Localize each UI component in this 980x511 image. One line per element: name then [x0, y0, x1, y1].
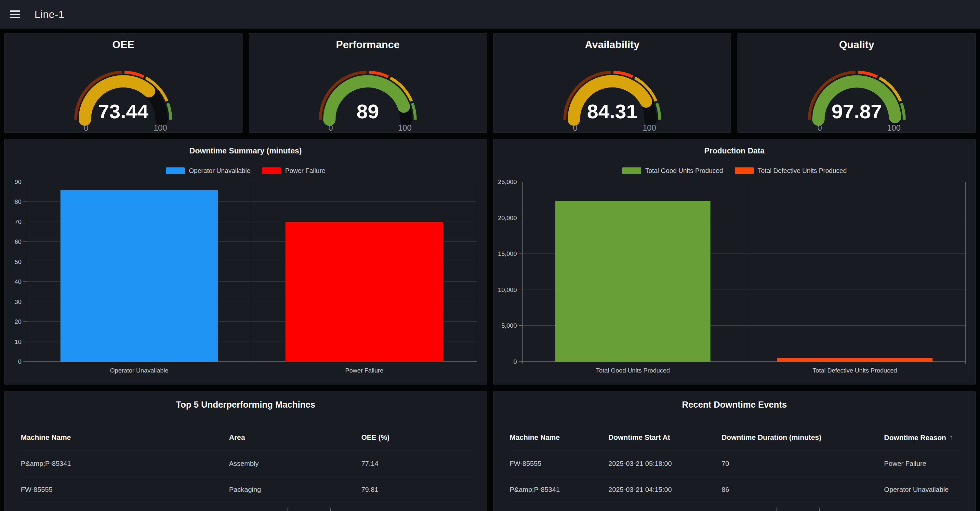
pagination-button[interactable] [287, 507, 331, 511]
table-panel-recent-downtime-events: Recent Downtime Events Machine NameDownt… [493, 391, 976, 511]
axis-tick [519, 290, 522, 290]
x-axis-label: Operator Unavailable [27, 367, 252, 374]
column-header-downtime-start-at[interactable]: Downtime Start At [608, 428, 670, 447]
gauge-threshold-arc [412, 103, 415, 120]
legend-label: Total Good Units Produced [646, 167, 723, 175]
gauge: 73.440100 [55, 51, 191, 132]
axis-tick [24, 262, 27, 262]
plot-right-border [477, 182, 477, 364]
column-header-oee[interactable]: OEE (%) [361, 428, 390, 447]
row-separator [510, 503, 963, 503]
bar-total-defective-units-produced [777, 358, 932, 362]
legend-swatch [262, 167, 281, 174]
gauge-min-label: 0 [328, 123, 333, 132]
chart-row: Downtime Summary (minutes) Operator Unav… [4, 139, 976, 384]
axis-tick [24, 362, 27, 362]
table-cell: Power Failure [884, 451, 926, 476]
table-panel-top-5-underperforming-machines: Top 5 Underperforming Machines Machine N… [4, 391, 487, 511]
gauge-value: 97.87 [831, 100, 882, 122]
legend-label: Operator Unavailable [189, 167, 250, 175]
gauge-panel-availability: Availability 84.310100 [493, 33, 732, 133]
legend-swatch [622, 167, 641, 174]
gauge-threshold-arc [901, 103, 904, 120]
panel-title[interactable]: Recent Downtime Events [493, 400, 976, 410]
y-axis-line [27, 182, 27, 364]
y-axis-label: 50 [4, 259, 21, 266]
axis-tick [519, 325, 522, 326]
axis-tick [519, 362, 522, 362]
gauge-row: OEE 73.440100 Performance 890100 Availab… [4, 33, 976, 133]
axis-tick [24, 222, 27, 222]
table-cell: 2025-03-21 05:18:00 [608, 451, 672, 476]
panel-title[interactable]: Quality [738, 39, 975, 51]
panel-title[interactable]: Downtime Summary (minutes) [5, 146, 487, 156]
y-axis-label: 0 [493, 358, 517, 365]
table: Machine NameAreaOEE (%)P&amp;P-85341Asse… [21, 428, 474, 511]
table: Machine NameDowntime Start AtDowntime Du… [510, 428, 963, 511]
y-axis-label: 80 [4, 198, 21, 205]
table-cell: P&amp;P-85341 [510, 476, 560, 503]
legend-swatch [735, 167, 754, 174]
gauge-panel-quality: Quality 97.870100 [737, 33, 976, 133]
gauge-panel-oee: OEE 73.440100 [4, 33, 243, 133]
axis-tick [24, 302, 27, 302]
chart-panel-production-data: Production Data Total Good Units Produce… [493, 139, 976, 384]
panel-title[interactable]: Production Data [493, 146, 976, 156]
column-header-machine-name[interactable]: Machine Name [510, 428, 560, 447]
table-row: Top 5 Underperforming Machines Machine N… [4, 391, 976, 511]
panel-title[interactable]: OEE [5, 39, 242, 51]
axis-tick [24, 202, 27, 202]
gauge: 84.310100 [544, 51, 681, 132]
panel-title[interactable]: Top 5 Underperforming Machines [5, 400, 487, 410]
gauge-value: 84.31 [587, 100, 637, 122]
x-axis-label: Total Good Units Produced [522, 367, 744, 374]
legend-item-total-good-units-produced[interactable]: Total Good Units Produced [622, 167, 723, 175]
y-axis-label: 25,000 [493, 178, 517, 186]
topbar: Line-1 [0, 0, 980, 29]
legend-label: Total Defective Units Produced [758, 167, 847, 175]
chart-legend: Total Good Units ProducedTotal Defective… [493, 167, 976, 175]
y-axis-label: 60 [4, 238, 21, 245]
y-axis-label: 0 [4, 358, 21, 365]
column-header-machine-name[interactable]: Machine Name [21, 428, 71, 447]
gauge-threshold-arc [657, 103, 660, 120]
panel-title[interactable]: Performance [249, 39, 487, 51]
legend-item-total-defective-units-produced[interactable]: Total Defective Units Produced [735, 167, 847, 175]
legend-item-operator-unavailable[interactable]: Operator Unavailable [166, 167, 250, 175]
y-axis-label: 70 [4, 219, 21, 225]
dashboard-title: Line-1 [35, 8, 64, 21]
axis-tick [519, 182, 522, 182]
column-header-downtime-reason[interactable]: Downtime Reason↑ [884, 428, 953, 447]
table-cell: 79.81 [361, 476, 379, 503]
menu-icon[interactable] [10, 10, 20, 18]
x-axis-label: Total Defective Units Produced [744, 367, 966, 374]
y-axis-label: 10,000 [493, 286, 517, 294]
table-cell: 77.14 [361, 451, 379, 476]
x-axis-label: Power Failure [252, 367, 477, 374]
gauge-panel-performance: Performance 890100 [249, 33, 487, 133]
table-cell: 86 [722, 476, 729, 503]
bar-total-good-units-produced [555, 201, 711, 362]
gauge: 97.870100 [789, 51, 925, 132]
column-header-area[interactable]: Area [229, 428, 245, 447]
gauge-max-label: 100 [887, 123, 900, 132]
panel-title[interactable]: Availability [493, 39, 731, 51]
chart-panel-downtime-summary-minutes: Downtime Summary (minutes) Operator Unav… [4, 139, 487, 384]
table-cell: Assembly [229, 451, 259, 476]
gauge-max-label: 100 [398, 123, 412, 132]
table-cell: FW-85555 [21, 476, 52, 503]
gauge: 890100 [299, 51, 436, 132]
y-axis-label: 30 [4, 298, 21, 306]
table-cell: FW-85555 [510, 451, 542, 476]
pagination-button[interactable] [776, 507, 820, 511]
legend-swatch [166, 167, 185, 174]
table-cell: 2025-03-21 04:15:00 [608, 476, 672, 503]
row-separator [21, 503, 474, 503]
table-cell: Packaging [229, 476, 261, 503]
column-header-downtime-duration-minutes[interactable]: Downtime Duration (minutes) [722, 428, 821, 447]
axis-tick [24, 241, 27, 242]
axis-tick [519, 254, 522, 254]
y-axis-label: 40 [4, 278, 21, 286]
gauge-min-label: 0 [573, 123, 578, 132]
legend-item-power-failure[interactable]: Power Failure [262, 167, 325, 175]
